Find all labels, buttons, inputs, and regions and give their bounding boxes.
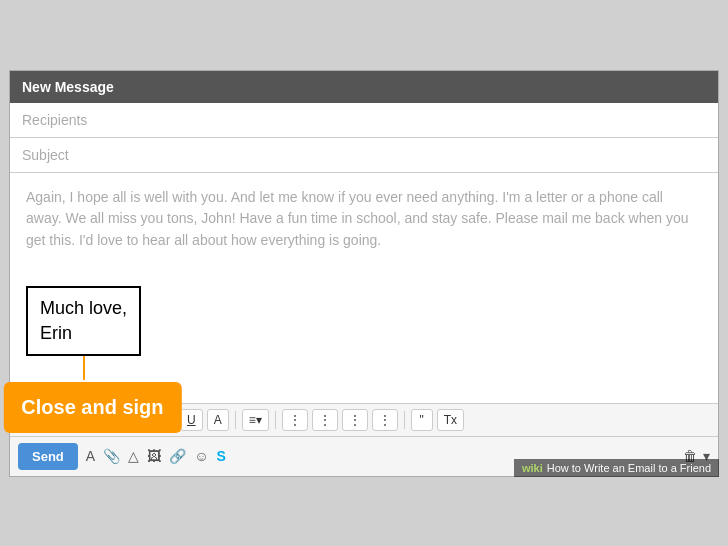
- signature-annotation: Much love, Erin Close and sign: [26, 268, 141, 356]
- body-text: Again, I hope all is well with you. And …: [26, 187, 702, 252]
- align-btn[interactable]: ≡▾: [242, 409, 269, 431]
- font-color-btn[interactable]: A: [207, 409, 229, 431]
- send-button[interactable]: Send: [18, 443, 78, 470]
- wiki-logo: wiki: [522, 462, 543, 474]
- insert-photo-icon[interactable]: 🖼: [147, 448, 161, 464]
- bullet-list-btn[interactable]: ⋮: [312, 409, 338, 431]
- subject-field[interactable]: Subject: [10, 138, 718, 173]
- insert-drive-icon[interactable]: △: [128, 448, 139, 464]
- font-color-icon[interactable]: A: [86, 448, 95, 464]
- toolbar-divider-4: [404, 411, 405, 429]
- annotation-bubble: Close and sign: [3, 382, 181, 433]
- annotation-line: [83, 356, 85, 380]
- outdent-btn[interactable]: ⋮: [372, 409, 398, 431]
- email-body[interactable]: Again, I hope all is well with you. And …: [10, 173, 718, 403]
- wikihow-attribution: wiki How to Write an Email to a Friend: [514, 459, 719, 477]
- title-bar: New Message: [10, 71, 718, 103]
- indent-btn[interactable]: ⋮: [342, 409, 368, 431]
- emoji-icon[interactable]: ☺: [194, 448, 208, 464]
- remove-format-btn[interactable]: Tx: [437, 409, 464, 431]
- toolbar-divider-2: [235, 411, 236, 429]
- underline-btn[interactable]: U: [180, 409, 203, 431]
- skype-icon[interactable]: S: [216, 448, 225, 464]
- insert-link-icon[interactable]: 🔗: [169, 448, 186, 464]
- numbered-list-btn[interactable]: ⋮: [282, 409, 308, 431]
- blockquote-btn[interactable]: ": [411, 409, 433, 431]
- recipients-field[interactable]: Recipients: [10, 103, 718, 138]
- attach-file-icon[interactable]: 📎: [103, 448, 120, 464]
- toolbar-divider-3: [275, 411, 276, 429]
- wikihow-text: How to Write an Email to a Friend: [547, 462, 711, 474]
- signature-box: Much love, Erin: [26, 286, 141, 356]
- title-label: New Message: [22, 79, 114, 95]
- email-compose-window: New Message Recipients Subject Again, I …: [9, 70, 719, 477]
